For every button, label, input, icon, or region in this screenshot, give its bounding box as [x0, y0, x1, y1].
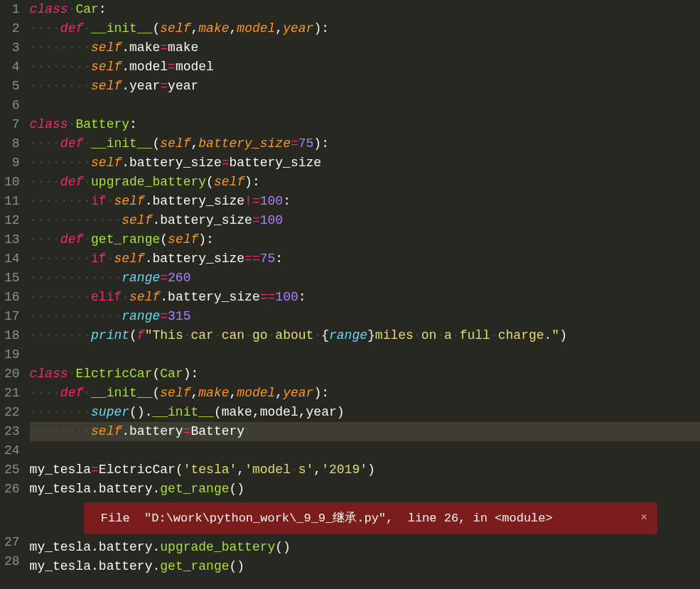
token-ws: ·	[83, 232, 91, 247]
token-self: self	[114, 194, 144, 208]
token-op: ==	[260, 290, 276, 304]
token-ws: ·	[244, 328, 252, 342]
token-punct: ,	[275, 21, 283, 36]
token-num: 100	[260, 194, 283, 208]
code-line[interactable]: ············range=260	[30, 269, 700, 288]
code-line[interactable]: ········self.year=year	[30, 77, 700, 96]
token-fn: __init__	[91, 21, 152, 36]
token-kw: def	[60, 232, 83, 247]
token-plain: battery_size	[160, 213, 252, 227]
token-punct: :	[129, 117, 137, 131]
token-punct: :	[298, 290, 306, 304]
token-self: self	[91, 40, 122, 55]
code-line[interactable]: my_tesla=ElctricCar('tesla','model·s','2…	[30, 460, 700, 480]
code-line[interactable]: class·Battery:	[30, 115, 700, 134]
token-punct: .	[152, 540, 160, 554]
error-tooltip: File "D:\work\python_work\_9_9_继承.py", l…	[84, 502, 657, 534]
token-cls: Car	[75, 2, 98, 16]
token-self: self	[91, 79, 122, 93]
token-fn: get_range	[91, 232, 160, 247]
line-number: 7	[4, 115, 20, 134]
code-line[interactable]: my_tesla.battery.upgrade_battery()	[30, 538, 700, 557]
line-number: 17	[4, 307, 20, 326]
code-line[interactable]: ····def·__init__(self,battery_size=75):	[30, 134, 700, 153]
code-line[interactable]: class·ElctricCar(Car):	[30, 364, 700, 384]
code-line[interactable]: ····def·__init__(self,make,model,year):	[30, 19, 700, 38]
token-ws: ·	[313, 328, 321, 342]
token-plain: make	[222, 405, 252, 419]
code-line[interactable]: my_tesla.battery.get_range()	[30, 480, 700, 499]
token-op: =	[183, 424, 191, 438]
line-number: 23	[4, 422, 20, 441]
line-number: 25	[4, 460, 20, 480]
token-str: "This	[145, 328, 183, 342]
token-op: =	[291, 136, 298, 151]
code-line[interactable]: ········self.battery=Battery	[30, 422, 700, 441]
token-punct: ,	[230, 386, 237, 400]
token-punct: .	[152, 482, 160, 496]
token-punct: .	[122, 156, 129, 170]
token-param: self	[168, 232, 198, 247]
token-plain: battery	[99, 540, 153, 554]
code-area[interactable]: class·Car:····def·__init__(self,make,mod…	[27, 0, 700, 576]
token-plain: model	[129, 60, 168, 74]
token-param: battery_size	[198, 136, 291, 151]
token-param: make	[198, 386, 229, 400]
code-line[interactable]: ········self.model=model	[30, 58, 700, 77]
line-number: 11	[4, 192, 20, 211]
code-line[interactable]	[30, 96, 700, 115]
token-self: self	[91, 60, 122, 74]
code-line[interactable]: ········self.make=make	[30, 38, 700, 58]
token-fn: get_range	[160, 559, 229, 573]
code-line[interactable]: ····def·get_range(self):	[30, 230, 700, 249]
close-icon[interactable]: ×	[626, 509, 647, 528]
code-line[interactable]: ········elif·self.battery_size==100:	[30, 288, 700, 307]
token-ws: ·	[452, 328, 460, 342]
token-punct: .	[122, 60, 129, 74]
token-ws: ·	[83, 175, 91, 189]
token-punct: ,	[252, 405, 260, 419]
code-line[interactable]	[30, 345, 700, 364]
token-num: 75	[298, 136, 314, 151]
token-punct: :	[283, 194, 291, 208]
code-line[interactable]: ····def·upgrade_battery(self):	[30, 173, 700, 192]
token-punct: ):	[244, 175, 260, 189]
code-line[interactable]: ············self.battery_size=100	[30, 211, 700, 230]
token-op: =	[222, 156, 230, 170]
token-ws: ·	[83, 386, 91, 400]
code-line[interactable]: class·Car:	[30, 0, 700, 19]
token-str: car	[191, 328, 214, 342]
code-editor[interactable]: 1234567891011121314151617181920212223242…	[0, 0, 700, 576]
token-kw: class	[30, 117, 68, 131]
code-line[interactable]: ····def·__init__(self,make,model,year):	[30, 384, 700, 403]
code-line[interactable]: my_tesla.battery.get_range()	[30, 557, 700, 576]
code-line[interactable]: ········self.battery_size=battery_size	[30, 153, 700, 173]
line-number: 18	[4, 326, 20, 345]
token-plain: battery	[99, 559, 153, 573]
token-ws: ············	[30, 309, 122, 323]
token-punct: .	[145, 194, 153, 208]
token-plain: make	[168, 40, 198, 55]
code-line[interactable]: ········if·self.battery_size==75:	[30, 249, 700, 269]
code-line[interactable]	[30, 441, 700, 460]
code-line[interactable]: ········if·self.battery_size!=100:	[30, 192, 700, 211]
token-ws: ····	[30, 386, 60, 400]
token-punct: ,	[191, 136, 199, 151]
token-op: =	[252, 213, 260, 227]
code-line[interactable]: ············range=315	[30, 307, 700, 326]
token-param: year	[283, 21, 313, 36]
token-punct: ().	[129, 405, 152, 419]
token-ws: ············	[30, 271, 122, 285]
token-punct: .	[145, 252, 153, 266]
token-num: 315	[168, 309, 190, 323]
token-str: '2019'	[321, 463, 367, 477]
code-line[interactable]: ········print(f"This·car·can·go·about·{r…	[30, 326, 700, 345]
token-op: =	[91, 463, 99, 477]
token-punct: .	[91, 540, 99, 554]
code-line[interactable]: ········super().__init__(make,model,year…	[30, 403, 700, 422]
token-ws: ·	[107, 194, 114, 208]
token-plain: model	[176, 60, 214, 74]
token-ws: ········	[30, 290, 91, 304]
line-number: 4	[4, 58, 20, 77]
token-punct: (	[152, 136, 160, 151]
